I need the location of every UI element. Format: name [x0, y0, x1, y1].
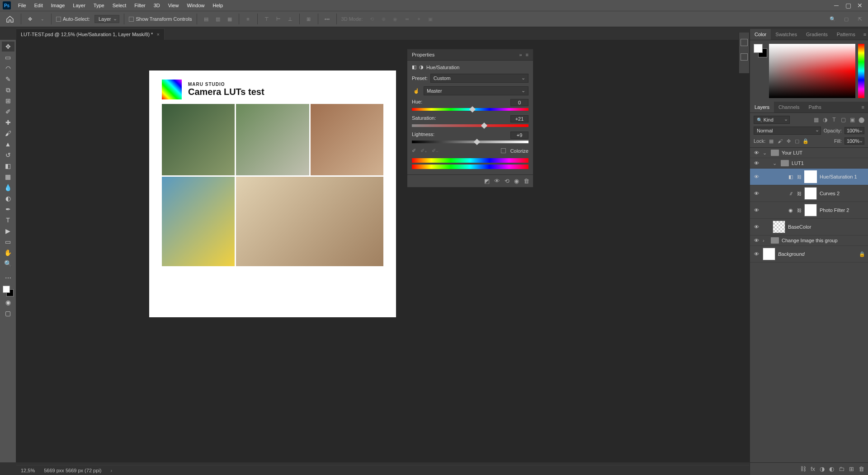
gradient-tool[interactable]: ▦	[2, 172, 14, 182]
fg-bg-swatch[interactable]	[754, 44, 766, 98]
document-tab[interactable]: LUT-TEST.psd @ 12,5% (Hue/Saturation 1, …	[16, 28, 165, 40]
reset-icon[interactable]: ⟲	[505, 178, 509, 184]
collapse-panel-icon[interactable]: »	[519, 52, 522, 57]
align-left-icon[interactable]: ▤	[202, 14, 211, 24]
lightness-value-input[interactable]: +9	[510, 132, 528, 139]
collapsed-panel-icon-1[interactable]	[741, 39, 748, 46]
filter-toggle-icon[interactable]: ⬤	[858, 117, 864, 123]
hue-strip[interactable]	[858, 44, 864, 98]
layer-name[interactable]: Change Image this group	[782, 238, 865, 243]
edit-toolbar-button[interactable]: ⋯	[2, 273, 14, 283]
tab-color[interactable]: Color	[750, 29, 771, 40]
layer-mask-thumb[interactable]	[804, 204, 817, 216]
filter-type-icon[interactable]: T	[831, 117, 837, 123]
lock-icon[interactable]: 🔒	[859, 251, 865, 257]
visibility-toggle[interactable]: 👁	[753, 191, 760, 196]
hue-value-input[interactable]: 0	[510, 99, 528, 106]
visibility-toggle[interactable]: 👁	[753, 224, 760, 230]
quick-select-tool[interactable]: ✎	[2, 74, 14, 84]
visibility-toggle[interactable]: 👁	[753, 251, 760, 257]
link-icon[interactable]: ⛓	[797, 208, 802, 213]
close-tab-icon[interactable]: ×	[156, 32, 159, 37]
lock-transparency-icon[interactable]: ▦	[768, 138, 774, 144]
visibility-toggle[interactable]: 👁	[753, 174, 760, 179]
history-brush-tool[interactable]: ↺	[2, 150, 14, 160]
move-tool-icon[interactable]: ✥	[26, 15, 34, 23]
align-middle-icon[interactable]: ⊢	[274, 14, 283, 24]
share-icon[interactable]: ⇱	[855, 14, 864, 24]
search-icon[interactable]: 🔍	[828, 14, 837, 24]
zoom-level[interactable]: 12,5%	[21, 468, 35, 473]
color-swatches[interactable]	[3, 286, 14, 296]
layer-basecolor[interactable]: 👁 BaseColor	[750, 219, 868, 235]
new-group-icon[interactable]: 🗀	[839, 466, 844, 472]
filter-smart-icon[interactable]: ▣	[849, 117, 855, 123]
stamp-tool[interactable]: ▲	[2, 139, 14, 149]
color-picker-field[interactable]	[769, 44, 855, 98]
menu-view[interactable]: View	[165, 1, 183, 10]
visibility-toggle[interactable]: 👁	[753, 238, 760, 243]
zoom-tool[interactable]: 🔍	[2, 259, 14, 268]
window-minimize-button[interactable]: ─	[831, 1, 842, 10]
hue-slider[interactable]	[412, 108, 528, 111]
lock-pixels-icon[interactable]: 🖌	[777, 138, 783, 144]
channel-dropdown[interactable]: Master	[424, 86, 528, 95]
tab-layers[interactable]: Layers	[750, 102, 774, 113]
frame-tool[interactable]: ⊞	[2, 96, 14, 106]
link-icon[interactable]: ⛓	[797, 191, 802, 196]
menu-type[interactable]: Type	[90, 1, 108, 10]
toggle-visibility-icon[interactable]: ◉	[514, 178, 519, 184]
lasso-tool[interactable]: ◠	[2, 63, 14, 73]
layer-name[interactable]: Hue/Saturation 1	[820, 174, 865, 179]
new-adjustment-icon[interactable]: ◐	[829, 466, 834, 472]
menu-filter[interactable]: Filter	[131, 1, 149, 10]
layer-curves[interactable]: 👁 ⫽ ⛓ Curves 2	[750, 185, 868, 202]
menu-layer[interactable]: Layer	[69, 1, 89, 10]
hand-tool[interactable]: ✋	[2, 248, 14, 258]
pen-tool[interactable]: ✒	[2, 204, 14, 214]
auto-select-checkbox[interactable]: Auto-Select:	[56, 16, 90, 22]
view-previous-icon[interactable]: 👁	[494, 178, 500, 184]
menu-3d[interactable]: 3D	[150, 1, 164, 10]
layer-name[interactable]: Curves 2	[820, 191, 865, 196]
align-center-h-icon[interactable]: ▥	[213, 14, 222, 24]
visibility-toggle[interactable]: 👁	[753, 150, 760, 155]
move-tool-dropdown[interactable]: ⌄	[38, 15, 47, 23]
layer-group-change-image[interactable]: 👁 › Change Image this group	[750, 235, 868, 246]
foreground-color-swatch[interactable]	[3, 286, 10, 293]
layer-mask-thumb[interactable]	[804, 187, 817, 200]
layer-group-lut1[interactable]: 👁 ⌄ LUT1	[750, 158, 868, 169]
doc-arrange-icon[interactable]: ▢	[842, 14, 851, 24]
visibility-toggle[interactable]: 👁	[753, 160, 760, 166]
crop-tool[interactable]: ⧉	[2, 85, 14, 95]
new-layer-icon[interactable]: ⊞	[849, 466, 854, 472]
layer-name[interactable]: BaseColor	[788, 224, 865, 230]
filter-pixel-icon[interactable]: ▦	[813, 117, 819, 123]
eraser-tool[interactable]: ◧	[2, 161, 14, 171]
delete-adjustment-icon[interactable]: 🗑	[524, 178, 529, 184]
tab-gradients[interactable]: Gradients	[802, 29, 832, 40]
menu-file[interactable]: File	[14, 1, 30, 10]
menu-window[interactable]: Window	[183, 1, 208, 10]
layer-filter-kind-dropdown[interactable]: 🔍 Kind	[754, 116, 790, 124]
menu-help[interactable]: Help	[209, 1, 227, 10]
color-panel-menu-icon[interactable]: ≡	[860, 29, 868, 40]
menu-edit[interactable]: Edit	[31, 1, 47, 10]
move-tool[interactable]: ✥	[2, 42, 14, 52]
tab-swatches[interactable]: Swatches	[771, 29, 802, 40]
quick-mask-tool[interactable]: ◉	[2, 297, 14, 307]
layer-name[interactable]: Your LUT	[782, 150, 865, 155]
layer-mask-thumb[interactable]	[804, 170, 817, 183]
eyedropper-icon[interactable]: ✐	[412, 148, 416, 154]
opacity-input[interactable]: 100%	[844, 127, 864, 134]
clip-to-layer-icon[interactable]: ◩	[484, 178, 490, 184]
eyedropper-tool[interactable]: ✐	[2, 107, 14, 117]
align-right-icon[interactable]: ▦	[225, 14, 234, 24]
layer-background[interactable]: 👁 Background 🔒	[750, 246, 868, 263]
panel-menu-icon[interactable]: ≡	[526, 52, 528, 57]
collapsed-panel-icon-2[interactable]	[741, 53, 748, 61]
home-button[interactable]	[4, 14, 16, 24]
lock-position-icon[interactable]: ✥	[785, 138, 792, 144]
window-close-button[interactable]: ✕	[854, 1, 865, 10]
path-select-tool[interactable]: ▶	[2, 226, 14, 236]
